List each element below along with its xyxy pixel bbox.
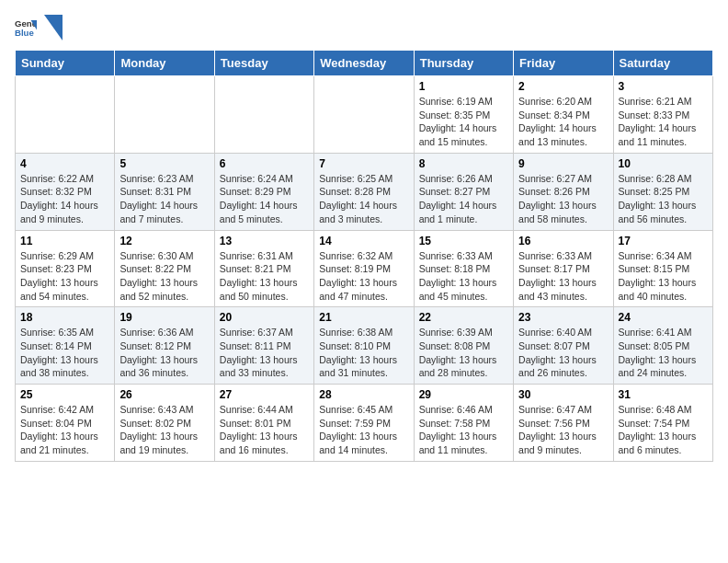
calendar-cell (214, 76, 313, 154)
day-info: Sunrise: 6:26 AM Sunset: 8:27 PM Dayligh… (419, 172, 508, 226)
calendar-cell: 30Sunrise: 6:47 AM Sunset: 7:56 PM Dayli… (514, 385, 613, 462)
day-number: 22 (419, 311, 508, 324)
calendar-header-monday: Monday (115, 51, 214, 76)
calendar-cell: 17Sunrise: 6:34 AM Sunset: 8:15 PM Dayli… (613, 230, 712, 307)
day-number: 5 (119, 157, 209, 170)
calendar-table: SundayMondayTuesdayWednesdayThursdayFrid… (15, 50, 713, 462)
day-number: 19 (119, 311, 209, 324)
calendar-cell: 7Sunrise: 6:25 AM Sunset: 8:28 PM Daylig… (314, 153, 414, 230)
day-number: 16 (518, 235, 608, 247)
day-number: 17 (619, 235, 708, 247)
day-number: 2 (518, 80, 608, 93)
day-number: 7 (319, 157, 408, 170)
day-info: Sunrise: 6:35 AM Sunset: 8:14 PM Dayligh… (20, 326, 109, 380)
day-number: 20 (220, 311, 309, 324)
day-number: 28 (319, 388, 408, 401)
day-number: 9 (518, 157, 608, 170)
day-number: 25 (20, 388, 109, 401)
calendar-week-row: 11Sunrise: 6:29 AM Sunset: 8:23 PM Dayli… (16, 230, 713, 307)
day-info: Sunrise: 6:19 AM Sunset: 8:35 PM Dayligh… (419, 95, 508, 149)
calendar-cell: 21Sunrise: 6:38 AM Sunset: 8:10 PM Dayli… (314, 307, 414, 385)
day-number: 6 (220, 157, 309, 170)
calendar-cell: 2Sunrise: 6:20 AM Sunset: 8:34 PM Daylig… (514, 76, 613, 154)
day-info: Sunrise: 6:29 AM Sunset: 8:23 PM Dayligh… (20, 249, 109, 304)
day-number: 8 (419, 157, 508, 170)
day-info: Sunrise: 6:32 AM Sunset: 8:19 PM Dayligh… (319, 249, 408, 304)
calendar-week-row: 4Sunrise: 6:22 AM Sunset: 8:32 PM Daylig… (16, 153, 713, 230)
day-info: Sunrise: 6:31 AM Sunset: 8:21 PM Dayligh… (220, 249, 309, 304)
day-info: Sunrise: 6:27 AM Sunset: 8:26 PM Dayligh… (518, 172, 608, 226)
page-header: General Blue (15, 15, 713, 40)
day-info: Sunrise: 6:46 AM Sunset: 7:58 PM Dayligh… (419, 403, 508, 457)
calendar-week-row: 18Sunrise: 6:35 AM Sunset: 8:14 PM Dayli… (16, 307, 713, 385)
calendar-cell: 23Sunrise: 6:40 AM Sunset: 8:07 PM Dayli… (514, 307, 613, 385)
calendar-header-tuesday: Tuesday (214, 51, 313, 76)
day-info: Sunrise: 6:44 AM Sunset: 8:01 PM Dayligh… (220, 403, 309, 457)
day-number: 12 (119, 235, 209, 247)
day-number: 30 (518, 388, 608, 401)
day-number: 13 (220, 235, 309, 247)
day-info: Sunrise: 6:48 AM Sunset: 7:54 PM Dayligh… (619, 403, 708, 457)
calendar-cell (16, 76, 115, 154)
calendar-cell: 22Sunrise: 6:39 AM Sunset: 8:08 PM Dayli… (414, 307, 513, 385)
calendar-header-thursday: Thursday (414, 51, 513, 76)
calendar-header-saturday: Saturday (613, 51, 712, 76)
day-number: 23 (518, 311, 608, 324)
day-info: Sunrise: 6:28 AM Sunset: 8:25 PM Dayligh… (619, 172, 708, 226)
calendar-cell: 24Sunrise: 6:41 AM Sunset: 8:05 PM Dayli… (613, 307, 712, 385)
day-info: Sunrise: 6:23 AM Sunset: 8:31 PM Dayligh… (119, 172, 209, 226)
calendar-cell: 1Sunrise: 6:19 AM Sunset: 8:35 PM Daylig… (414, 76, 513, 154)
calendar-cell: 8Sunrise: 6:26 AM Sunset: 8:27 PM Daylig… (414, 153, 513, 230)
svg-marker-3 (44, 15, 63, 40)
calendar-header-wednesday: Wednesday (314, 51, 414, 76)
calendar-cell: 31Sunrise: 6:48 AM Sunset: 7:54 PM Dayli… (613, 385, 712, 462)
logo-arrow-icon (44, 15, 63, 40)
calendar-cell: 26Sunrise: 6:43 AM Sunset: 8:02 PM Dayli… (115, 385, 214, 462)
day-info: Sunrise: 6:45 AM Sunset: 7:59 PM Dayligh… (319, 403, 408, 457)
day-number: 18 (20, 311, 109, 324)
day-info: Sunrise: 6:36 AM Sunset: 8:12 PM Dayligh… (119, 326, 209, 380)
calendar-cell: 27Sunrise: 6:44 AM Sunset: 8:01 PM Dayli… (214, 385, 313, 462)
calendar-cell: 25Sunrise: 6:42 AM Sunset: 8:04 PM Dayli… (16, 385, 115, 462)
day-number: 14 (319, 235, 408, 247)
day-number: 29 (419, 388, 508, 401)
calendar-cell: 15Sunrise: 6:33 AM Sunset: 8:18 PM Dayli… (414, 230, 513, 307)
day-info: Sunrise: 6:33 AM Sunset: 8:17 PM Dayligh… (518, 249, 608, 304)
calendar-cell: 18Sunrise: 6:35 AM Sunset: 8:14 PM Dayli… (16, 307, 115, 385)
calendar-cell: 5Sunrise: 6:23 AM Sunset: 8:31 PM Daylig… (115, 153, 214, 230)
calendar-cell: 14Sunrise: 6:32 AM Sunset: 8:19 PM Dayli… (314, 230, 414, 307)
calendar-cell (314, 76, 414, 154)
day-info: Sunrise: 6:37 AM Sunset: 8:11 PM Dayligh… (220, 326, 309, 380)
day-info: Sunrise: 6:33 AM Sunset: 8:18 PM Dayligh… (419, 249, 508, 304)
logo: General Blue (15, 15, 63, 40)
day-number: 11 (20, 235, 109, 247)
day-number: 1 (419, 80, 508, 93)
day-number: 10 (619, 157, 708, 170)
day-info: Sunrise: 6:20 AM Sunset: 8:34 PM Dayligh… (518, 95, 608, 149)
day-number: 21 (319, 311, 408, 324)
logo-icon: General Blue (15, 17, 37, 39)
day-number: 31 (619, 388, 708, 401)
day-info: Sunrise: 6:42 AM Sunset: 8:04 PM Dayligh… (20, 403, 109, 457)
day-info: Sunrise: 6:43 AM Sunset: 8:02 PM Dayligh… (119, 403, 209, 457)
calendar-cell: 10Sunrise: 6:28 AM Sunset: 8:25 PM Dayli… (613, 153, 712, 230)
calendar-cell: 29Sunrise: 6:46 AM Sunset: 7:58 PM Dayli… (414, 385, 513, 462)
day-info: Sunrise: 6:41 AM Sunset: 8:05 PM Dayligh… (619, 326, 708, 380)
calendar-cell: 3Sunrise: 6:21 AM Sunset: 8:33 PM Daylig… (613, 76, 712, 154)
calendar-cell: 4Sunrise: 6:22 AM Sunset: 8:32 PM Daylig… (16, 153, 115, 230)
calendar-header-sunday: Sunday (16, 51, 115, 76)
day-number: 15 (419, 235, 508, 247)
calendar-cell: 12Sunrise: 6:30 AM Sunset: 8:22 PM Dayli… (115, 230, 214, 307)
day-info: Sunrise: 6:38 AM Sunset: 8:10 PM Dayligh… (319, 326, 408, 380)
calendar-cell: 9Sunrise: 6:27 AM Sunset: 8:26 PM Daylig… (514, 153, 613, 230)
calendar-header-friday: Friday (514, 51, 613, 76)
svg-text:Blue: Blue (15, 28, 34, 38)
calendar-header-row: SundayMondayTuesdayWednesdayThursdayFrid… (16, 51, 713, 76)
calendar-cell: 19Sunrise: 6:36 AM Sunset: 8:12 PM Dayli… (115, 307, 214, 385)
calendar-cell: 20Sunrise: 6:37 AM Sunset: 8:11 PM Dayli… (214, 307, 313, 385)
day-number: 3 (619, 80, 708, 93)
day-info: Sunrise: 6:22 AM Sunset: 8:32 PM Dayligh… (20, 172, 109, 226)
day-info: Sunrise: 6:34 AM Sunset: 8:15 PM Dayligh… (619, 249, 708, 304)
day-info: Sunrise: 6:25 AM Sunset: 8:28 PM Dayligh… (319, 172, 408, 226)
day-info: Sunrise: 6:47 AM Sunset: 7:56 PM Dayligh… (518, 403, 608, 457)
